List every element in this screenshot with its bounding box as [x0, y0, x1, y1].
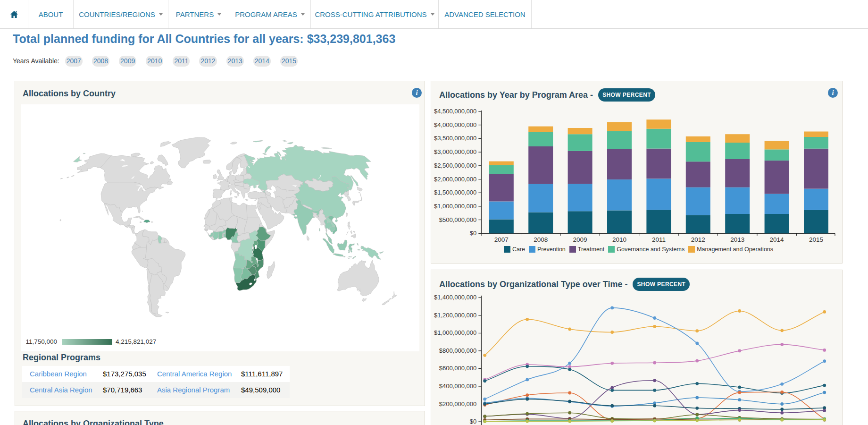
svg-text:2007: 2007: [494, 236, 509, 243]
svg-text:$600,000,000: $600,000,000: [439, 365, 477, 372]
svg-text:11,750,000: 11,750,000: [25, 338, 57, 345]
svg-text:2014: 2014: [770, 236, 785, 243]
svg-text:$3,000,000,000: $3,000,000,000: [434, 148, 476, 155]
svg-text:$2,500,000,000: $2,500,000,000: [434, 162, 476, 169]
svg-text:$0: $0: [470, 230, 476, 237]
svg-text:$200,000,000: $200,000,000: [439, 400, 477, 408]
svg-text:$500,000,000: $500,000,000: [439, 216, 477, 223]
svg-text:2009: 2009: [573, 236, 587, 243]
svg-text:2015: 2015: [809, 236, 823, 243]
svg-text:4,215,821,027: 4,215,821,027: [116, 338, 156, 345]
svg-text:$1,200,000,000: $1,200,000,000: [434, 312, 476, 319]
svg-text:2012: 2012: [691, 236, 705, 243]
svg-text:$4,000,000,000: $4,000,000,000: [434, 121, 476, 128]
svg-text:$1,500,000,000: $1,500,000,000: [434, 189, 476, 196]
svg-text:$2,000,000,000: $2,000,000,000: [434, 176, 476, 183]
svg-text:$1,400,000,000: $1,400,000,000: [434, 294, 476, 301]
svg-text:2008: 2008: [534, 236, 548, 243]
svg-text:$1,000,000,000: $1,000,000,000: [434, 203, 476, 210]
svg-text:2011: 2011: [652, 236, 666, 243]
svg-text:$0: $0: [470, 418, 476, 425]
svg-text:$4,500,000,000: $4,500,000,000: [434, 108, 476, 115]
svg-text:$400,000,000: $400,000,000: [439, 382, 477, 390]
svg-text:2013: 2013: [730, 236, 744, 243]
svg-text:$1,000,000,000: $1,000,000,000: [434, 329, 476, 336]
svg-text:2010: 2010: [612, 236, 626, 243]
svg-text:$800,000,000: $800,000,000: [439, 347, 477, 354]
svg-text:$3,500,000,000: $3,500,000,000: [434, 135, 476, 142]
